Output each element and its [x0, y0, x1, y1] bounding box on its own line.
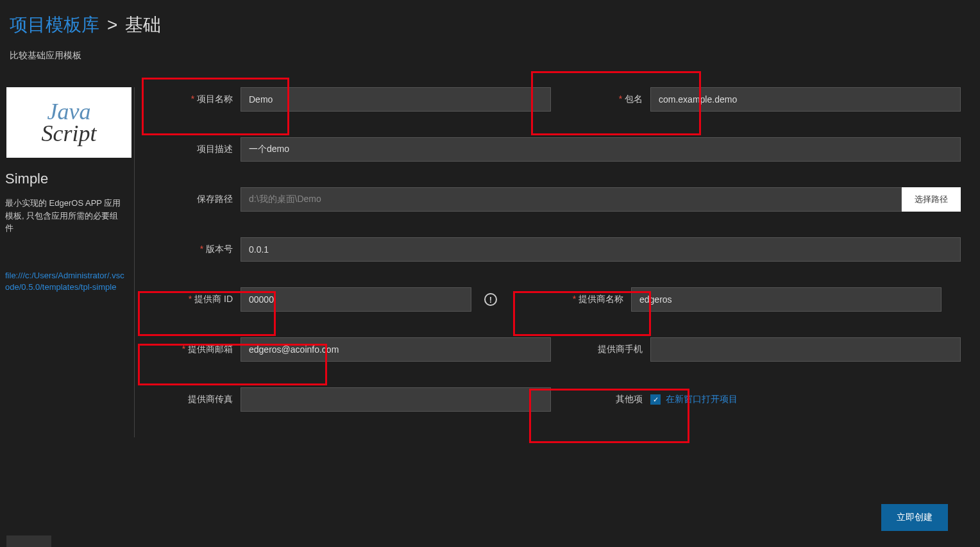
field-project-name: 项目名称: [173, 87, 551, 112]
input-version[interactable]: [241, 237, 961, 262]
input-save-path: [241, 187, 902, 212]
input-vendor-id[interactable]: [241, 287, 471, 312]
breadcrumb-separator: >: [107, 15, 117, 35]
field-save-path: 保存路径 选择路径: [173, 187, 961, 212]
info-icon[interactable]: !: [484, 293, 497, 306]
sidebar: Java Script Simple 最小实现的 EdgerOS APP 应用模…: [0, 87, 135, 437]
label-vendor-phone: 提供商手机: [583, 344, 650, 355]
label-save-path: 保存路径: [173, 194, 241, 205]
field-description: 项目描述: [173, 137, 961, 162]
field-vendor-name: 提供商名称: [564, 287, 942, 312]
field-other: 其他项 ✓ 在新窗口打开项目: [583, 387, 961, 412]
page-subtitle: 比较基础应用模板: [10, 50, 970, 62]
label-vendor-email: 提供商邮箱: [173, 344, 241, 355]
field-version: 版本号: [173, 237, 961, 262]
input-vendor-email[interactable]: [241, 337, 551, 362]
label-vendor-id: 提供商 ID: [173, 294, 241, 305]
field-vendor-id: 提供商 ID !: [173, 287, 532, 312]
input-vendor-name[interactable]: [631, 287, 942, 312]
label-project-name: 项目名称: [173, 94, 241, 105]
input-vendor-fax[interactable]: [241, 387, 551, 412]
field-vendor-fax: 提供商传真: [173, 387, 551, 412]
logo-text-top: Java: [47, 100, 91, 123]
logo-text-bottom: Script: [42, 122, 97, 145]
label-other: 其他项: [583, 394, 650, 405]
input-vendor-phone[interactable]: [650, 337, 961, 362]
page-header: 项目模板库 > 基础 比较基础应用模板: [0, 0, 980, 68]
field-package-name: 包名: [583, 87, 961, 112]
input-project-name[interactable]: [241, 87, 551, 112]
field-vendor-phone: 提供商手机: [583, 337, 961, 362]
input-description[interactable]: [241, 137, 961, 162]
form-area: 项目名称 包名 项目描述 保存路径 选择路径: [135, 87, 980, 437]
template-title: Simple: [5, 171, 130, 187]
label-package-name: 包名: [583, 94, 650, 105]
breadcrumb: 项目模板库 > 基础: [10, 13, 970, 37]
checkbox-label-new-window[interactable]: 在新窗口打开项目: [666, 394, 738, 405]
template-logo: Java Script: [6, 87, 131, 158]
template-path-link[interactable]: file:///c:/Users/Administrator/.vscode/0…: [0, 270, 130, 293]
input-package-name[interactable]: [650, 87, 961, 112]
create-button[interactable]: 立即创建: [881, 504, 948, 531]
footer-block: [6, 535, 51, 547]
checkbox-new-window[interactable]: ✓: [650, 394, 661, 405]
field-vendor-email: 提供商邮箱: [173, 337, 551, 362]
breadcrumb-current: 基础: [125, 13, 161, 37]
label-vendor-fax: 提供商传真: [173, 394, 241, 405]
label-vendor-name: 提供商名称: [564, 294, 631, 305]
browse-button[interactable]: 选择路径: [902, 187, 961, 212]
breadcrumb-link[interactable]: 项目模板库: [10, 13, 99, 37]
template-description: 最小实现的 EdgerOS APP 应用模板, 只包含应用所需的必要组件: [0, 197, 130, 235]
content: Java Script Simple 最小实现的 EdgerOS APP 应用模…: [0, 87, 980, 437]
label-version: 版本号: [173, 244, 241, 255]
label-description: 项目描述: [173, 144, 241, 155]
